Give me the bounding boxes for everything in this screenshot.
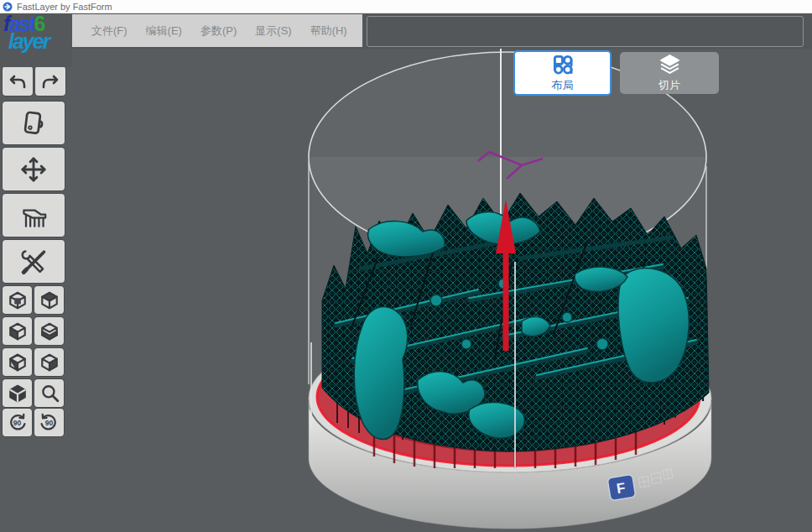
- title-bar: FastLayer by FastForm: [0, 0, 812, 13]
- menu-help[interactable]: 帮助(H): [301, 14, 357, 47]
- cube-back-icon: [8, 352, 28, 372]
- view-right-button[interactable]: [34, 348, 64, 376]
- scene-canvas[interactable]: F: [0, 49, 812, 532]
- view-front-button[interactable]: [3, 286, 32, 314]
- logo-part: layer: [8, 33, 72, 50]
- move-icon: [19, 155, 48, 184]
- cube-front-icon: [8, 290, 28, 310]
- rotate-ccw-icon: 90: [39, 412, 60, 433]
- undo-icon: [7, 72, 29, 91]
- view-back-button[interactable]: [3, 348, 32, 376]
- magnifier-icon: [39, 383, 60, 404]
- menu-edit[interactable]: 编辑(E): [137, 14, 191, 47]
- cube-iso-icon: [8, 383, 28, 403]
- rotate-cw-label: 90: [13, 419, 22, 427]
- view-left-button[interactable]: [3, 317, 32, 345]
- menu-display[interactable]: 显示(S): [246, 14, 300, 47]
- tools-button[interactable]: [3, 240, 65, 283]
- cube-top-icon: [39, 290, 60, 310]
- support-button[interactable]: [3, 194, 65, 237]
- window-title: FastLayer by FastForm: [17, 2, 112, 12]
- redo-icon: [39, 72, 61, 91]
- viewport-3d[interactable]: F: [0, 49, 812, 532]
- toolbar-shelf-panel: [367, 16, 804, 47]
- support-icon: [18, 201, 49, 230]
- mode-layout-button[interactable]: 布局: [513, 50, 612, 96]
- app-logo: fast6layer: [0, 13, 72, 67]
- layout-icon: [552, 54, 574, 76]
- undo-button[interactable]: [3, 66, 33, 96]
- import-model-icon: [19, 108, 48, 138]
- view-top-button[interactable]: [34, 286, 64, 314]
- app-icon: [3, 2, 13, 12]
- cube-bottom-icon: [39, 321, 60, 341]
- mode-slice-label: 切片: [658, 78, 680, 93]
- mode-layout-label: 布局: [552, 78, 574, 93]
- menu-bar: 文件(F) 编辑(E) 参数(P) 显示(S) 帮助(H): [72, 14, 362, 47]
- tools-icon: [18, 247, 49, 277]
- view-bottom-button[interactable]: [34, 317, 64, 345]
- cube-right-icon: [39, 352, 60, 372]
- import-model-button[interactable]: [3, 102, 65, 144]
- rotate-cw-90-button[interactable]: 90: [3, 409, 32, 436]
- rotate-cw-icon: 90: [7, 412, 28, 433]
- view-isometric-button[interactable]: [3, 379, 32, 407]
- slice-layers-icon: [658, 54, 681, 76]
- rotate-ccw-label: 90: [45, 419, 54, 427]
- cube-left-icon: [8, 321, 28, 341]
- rotate-ccw-90-button[interactable]: 90: [34, 409, 64, 436]
- menu-file[interactable]: 文件(F): [82, 14, 137, 47]
- move-button[interactable]: [3, 148, 65, 190]
- zoom-button[interactable]: [34, 379, 64, 407]
- mode-slice-button[interactable]: 切片: [620, 52, 719, 94]
- menu-params[interactable]: 参数(P): [191, 14, 246, 47]
- redo-button[interactable]: [35, 66, 65, 96]
